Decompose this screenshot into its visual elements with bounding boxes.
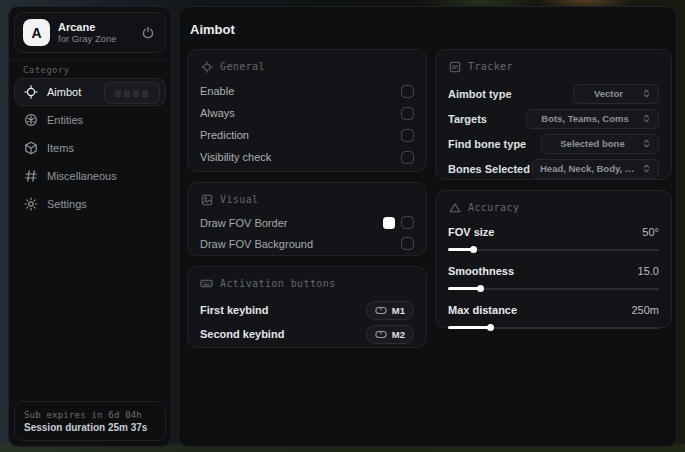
select-value: Vector	[581, 88, 636, 99]
app-window: A Arcane for Gray Zone Category Aimbot	[0, 0, 685, 452]
fov-size-group: FOV size 50°	[448, 224, 659, 253]
chevron-up-down-icon	[642, 88, 651, 99]
setting-label: Find bone type	[448, 138, 526, 150]
tracker-card-title: Tracker	[448, 60, 659, 73]
brand-name: Arcane	[58, 21, 117, 33]
targets-select[interactable]: Bots, Teams, Coms	[526, 109, 659, 129]
slider-thumb[interactable]	[477, 285, 484, 292]
brand-text: Arcane for Gray Zone	[58, 21, 117, 45]
setting-label: Targets	[448, 113, 487, 125]
checkbox-always[interactable]	[401, 107, 414, 120]
setting-label: Aimbot type	[448, 88, 512, 100]
power-icon[interactable]	[139, 24, 157, 42]
find-bone-type-select[interactable]: Selected bone	[541, 134, 659, 154]
session-duration-text: Session duration 25m 37s	[24, 422, 156, 433]
sidebar-item-label: Entities	[47, 114, 83, 126]
first-keybind-button[interactable]: M1	[366, 301, 414, 320]
setting-label: Draw FOV Border	[200, 217, 287, 229]
setting-row: Always	[200, 102, 414, 124]
general-card: General Enable Always Prediction Visibil…	[187, 49, 427, 172]
setting-label: Enable	[200, 85, 234, 97]
cube-icon	[24, 141, 38, 155]
setting-row: Prediction	[200, 124, 414, 146]
setting-row: Visibility check	[200, 146, 414, 168]
sidebar: A Arcane for Gray Zone Category Aimbot	[8, 6, 172, 447]
setting-label: Always	[200, 107, 235, 119]
slider-track	[448, 249, 659, 251]
bones-selected-select[interactable]: Head, Neck, Body, Pe..	[532, 159, 659, 179]
keyboard-icon	[200, 277, 213, 290]
slider-thumb[interactable]	[470, 246, 477, 253]
checkbox-enable[interactable]	[401, 85, 414, 98]
setting-row: Second keybind M2	[200, 322, 414, 346]
second-keybind-button[interactable]: M2	[366, 325, 414, 344]
watermark-ghost	[104, 82, 160, 104]
sidebar-item-items[interactable]: Items	[14, 134, 166, 162]
checkbox-draw-fov-border[interactable]	[401, 216, 414, 229]
card-title-label: Tracker	[468, 61, 513, 72]
slider-fill	[448, 287, 480, 290]
setting-label: FOV size	[448, 226, 494, 238]
setting-row: Draw FOV Border	[200, 212, 414, 233]
max-distance-slider[interactable]	[448, 324, 659, 331]
activation-card: Activation buttons First keybind M1	[187, 266, 427, 348]
subscription-footer: Sub expires in 6d 04h Session duration 2…	[14, 401, 166, 441]
setting-label: First keybind	[200, 304, 268, 316]
card-title-label: Activation buttons	[220, 278, 336, 289]
card-title-label: Visual	[220, 194, 259, 205]
main-panel: Aimbot General Enable Always	[178, 6, 677, 447]
visual-card-title: Visual	[200, 193, 414, 206]
fov-size-slider[interactable]	[448, 246, 659, 253]
setting-row: Bones Selected Head, Neck, Body, Pe..	[448, 156, 659, 181]
card-title-label: Accuracy	[468, 202, 519, 213]
brand-card: A Arcane for Gray Zone	[14, 12, 166, 53]
max-distance-value: 250m	[631, 304, 659, 316]
smoothness-slider[interactable]	[448, 285, 659, 292]
crosshair-icon	[24, 85, 38, 99]
chevron-up-down-icon	[642, 113, 651, 124]
card-title-label: General	[220, 61, 265, 72]
visual-rows: Draw FOV Border Draw FOV Background	[200, 212, 414, 254]
tracker-rows: Aimbot type Vector Targets Bots, Teams, …	[448, 81, 659, 181]
setting-row: Targets Bots, Teams, Coms	[448, 106, 659, 131]
hash-icon	[24, 169, 38, 183]
entities-icon	[24, 113, 38, 127]
setting-label: Max distance	[448, 304, 517, 316]
sidebar-item-aimbot[interactable]: Aimbot	[14, 78, 166, 106]
setting-label: Prediction	[200, 129, 249, 141]
image-icon	[200, 193, 213, 206]
triangle-icon	[448, 201, 461, 214]
tracker-icon	[448, 60, 461, 73]
checkbox-draw-fov-background[interactable]	[401, 237, 414, 250]
accuracy-card: Accuracy FOV size 50° Smoothness 15.0	[435, 190, 672, 328]
sidebar-item-miscellaneous[interactable]: Miscellaneous	[14, 162, 166, 190]
aimbot-type-select[interactable]: Vector	[573, 84, 659, 104]
sidebar-item-label: Miscellaneous	[47, 170, 117, 182]
tracker-card: Tracker Aimbot type Vector Targe	[435, 49, 672, 180]
fov-border-color-swatch[interactable]	[383, 217, 395, 229]
setting-label: Draw FOV Background	[200, 238, 313, 250]
sidebar-item-settings[interactable]: Settings	[14, 190, 166, 218]
activation-card-title: Activation buttons	[200, 277, 414, 290]
checkbox-prediction[interactable]	[401, 129, 414, 142]
category-label: Category	[23, 65, 70, 75]
setting-label: Smoothness	[448, 265, 514, 277]
fov-size-value: 50°	[642, 226, 659, 238]
keybind-value: M1	[392, 305, 405, 316]
select-value: Head, Neck, Body, Pe..	[540, 163, 636, 174]
visual-card: Visual Draw FOV Border Draw FOV Backgrou…	[187, 182, 427, 256]
sidebar-divider	[9, 60, 171, 61]
slider-fill	[448, 326, 490, 329]
sidebar-item-label: Items	[47, 142, 74, 154]
sidebar-item-label: Aimbot	[47, 86, 81, 98]
slider-thumb[interactable]	[487, 324, 494, 331]
smoothness-value: 15.0	[638, 265, 659, 277]
keybind-value: M2	[392, 329, 405, 340]
mouse-icon	[375, 330, 387, 339]
activation-rows: First keybind M1 Second keybind	[200, 298, 414, 346]
sidebar-item-entities[interactable]: Entities	[14, 106, 166, 134]
select-value: Bots, Teams, Coms	[534, 113, 636, 124]
mouse-icon	[375, 306, 387, 315]
checkbox-visibility-check[interactable]	[401, 151, 414, 164]
accuracy-card-title: Accuracy	[448, 201, 659, 214]
